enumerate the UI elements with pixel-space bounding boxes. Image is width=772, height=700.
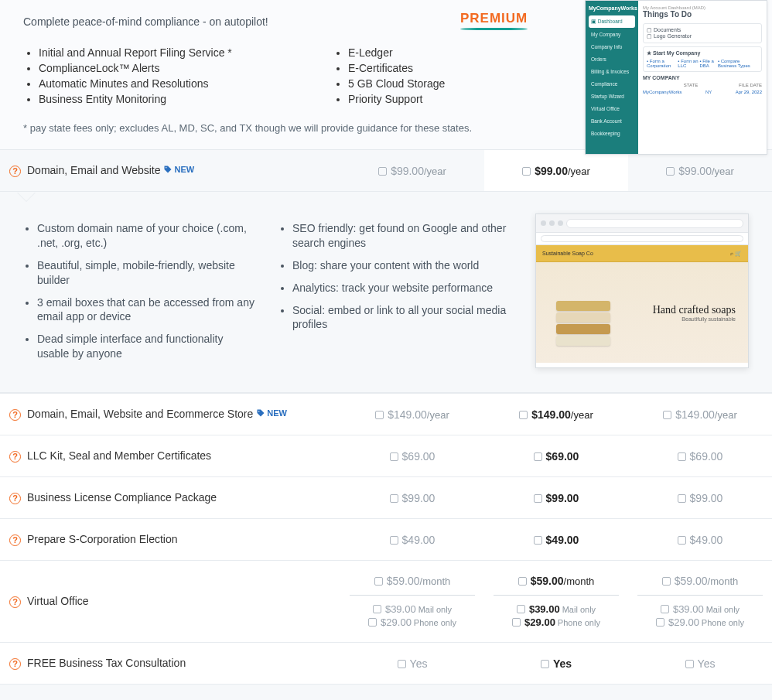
price-value: $69.00 — [546, 450, 579, 463]
feature-item: Dead simple interface and functionality … — [37, 332, 255, 361]
feature-item: E-Certificates — [348, 62, 611, 74]
price-sub-option[interactable]: $39.00 Mail only — [637, 603, 763, 615]
addon-row: ?Domain, Email, Website and Ecommerce St… — [0, 394, 772, 435]
feature-item: Custom domain name of your choice (.com,… — [37, 221, 255, 251]
price-sub-option[interactable]: $29.00 Phone only — [637, 616, 763, 628]
checkbox-icon[interactable] — [685, 660, 694, 668]
price-option[interactable]: Yes — [340, 643, 484, 685]
price-value: $99.00 — [678, 165, 712, 177]
checkbox-icon[interactable] — [517, 605, 525, 613]
checkbox-icon[interactable] — [519, 411, 528, 419]
price-sub-option[interactable]: $39.00 Mail only — [350, 603, 475, 615]
feature-item: Blog: share your content with the world — [292, 258, 511, 273]
checkbox-icon[interactable] — [378, 167, 387, 176]
price-option[interactable]: $59.00/month$39.00 Mail only$29.00 Phone… — [484, 561, 628, 643]
checkbox-icon[interactable] — [374, 577, 383, 586]
price-value: $99.00 — [391, 165, 424, 177]
price-option[interactable]: $99.00/year — [628, 150, 772, 192]
feature-item: Priority Support — [348, 93, 611, 105]
price-value: $99.00 — [402, 492, 436, 504]
price-option[interactable]: Yes — [484, 643, 628, 685]
addon-row: ?FREE Business Tax ConsultationYesYesYes — [0, 643, 772, 685]
help-icon[interactable]: ? — [9, 658, 21, 670]
price-option[interactable]: $149.00/year — [484, 394, 628, 435]
checkbox-icon[interactable] — [534, 452, 542, 461]
checkbox-icon[interactable] — [678, 536, 686, 545]
checkbox-icon[interactable] — [666, 167, 675, 176]
help-icon[interactable]: ? — [9, 166, 21, 177]
checkbox-icon[interactable] — [398, 660, 406, 668]
checkbox-icon[interactable] — [390, 452, 398, 461]
compliance-features-right: E-LedgerE-Certificates5 GB Cloud Storage… — [333, 43, 611, 108]
price-value: $99.00 — [535, 165, 568, 177]
price-sub-option[interactable]: $29.00 Phone only — [350, 616, 475, 628]
checkbox-icon[interactable] — [534, 536, 542, 545]
checkbox-icon[interactable] — [390, 494, 398, 503]
price-unit: /year — [427, 409, 449, 421]
checkbox-icon[interactable] — [522, 167, 531, 176]
price-option[interactable]: $69.00 — [628, 435, 772, 477]
price-value: $59.00 — [387, 575, 420, 587]
checkbox-icon[interactable] — [663, 411, 671, 419]
help-icon[interactable]: ? — [9, 596, 21, 608]
help-icon[interactable]: ? — [9, 534, 21, 546]
checkbox-icon[interactable] — [534, 494, 542, 503]
feature-item: Analytics: track your website performanc… — [292, 281, 511, 295]
checkbox-icon[interactable] — [656, 618, 664, 627]
checkbox-icon[interactable] — [373, 605, 381, 613]
checkbox-icon[interactable] — [512, 618, 521, 627]
addon-name: Business License Compliance Package — [27, 491, 217, 504]
help-icon[interactable]: ? — [9, 409, 21, 421]
price-option[interactable]: $69.00 — [340, 435, 484, 477]
checkbox-icon[interactable] — [518, 577, 527, 586]
price-sub-option[interactable]: $29.00 Phone only — [494, 616, 619, 628]
addon-name: LLC Kit, Seal and Member Certificates — [27, 449, 211, 462]
price-option[interactable]: Yes — [628, 643, 772, 685]
checkbox-icon[interactable] — [678, 494, 686, 503]
compliance-feature-panel: Complete peace-of-mind compliance - on a… — [0, 0, 772, 150]
price-option[interactable]: $99.00 — [484, 477, 628, 519]
price-option[interactable]: $149.00/year — [340, 394, 484, 435]
addon-row: ?Business License Compliance Package$99.… — [0, 477, 772, 519]
price-option[interactable]: $49.00 — [484, 519, 628, 561]
price-option[interactable]: $99.00 — [628, 477, 772, 519]
help-icon[interactable]: ? — [9, 451, 21, 463]
price-value: $69.00 — [402, 450, 436, 463]
price-option[interactable]: $49.00 — [340, 519, 484, 561]
price-option[interactable]: $49.00 — [628, 519, 772, 561]
feature-item: E-Ledger — [348, 46, 611, 59]
checkbox-icon[interactable] — [390, 536, 398, 545]
price-option[interactable]: $149.00/year — [628, 394, 772, 435]
checkbox-icon[interactable] — [662, 577, 671, 586]
addon-row: ?LLC Kit, Seal and Member Certificates$6… — [0, 435, 772, 477]
checkbox-icon[interactable] — [661, 605, 669, 613]
price-value: Yes — [410, 657, 428, 670]
price-value: $149.00 — [388, 408, 427, 421]
price-option[interactable]: $59.00/month$39.00 Mail only$29.00 Phone… — [628, 561, 772, 643]
price-option[interactable]: $99.00/year — [340, 150, 484, 192]
price-value: $69.00 — [690, 450, 723, 463]
addon-name: FREE Business Tax Consultation — [27, 657, 186, 669]
price-option[interactable]: $59.00/month$39.00 Mail only$29.00 Phone… — [340, 561, 484, 643]
checkbox-icon[interactable] — [678, 452, 686, 461]
price-value: $149.00 — [675, 408, 715, 421]
help-icon[interactable]: ? — [9, 493, 21, 504]
addon-row: ?Prepare S-Corporation Election$49.00$49… — [0, 519, 772, 561]
addon-name: Prepare S-Corporation Election — [27, 533, 178, 545]
new-badge: NEW — [163, 165, 194, 174]
price-value: $99.00 — [546, 492, 579, 504]
price-value: Yes — [698, 657, 716, 670]
price-option[interactable]: $99.00/year — [484, 150, 628, 192]
price-value: $49.00 — [402, 534, 436, 546]
price-sub-option[interactable]: $39.00 Mail only — [494, 603, 619, 615]
price-option[interactable]: $99.00 — [340, 477, 484, 519]
price-unit: /year — [571, 409, 593, 421]
checkbox-icon[interactable] — [541, 660, 549, 668]
price-value: $49.00 — [546, 534, 579, 546]
price-value: $149.00 — [531, 408, 571, 421]
feature-item: Social: embed or link to all your social… — [292, 303, 511, 333]
checkbox-icon[interactable] — [368, 618, 377, 627]
checkbox-icon[interactable] — [375, 411, 384, 419]
tag-icon — [256, 408, 265, 418]
price-option[interactable]: $69.00 — [484, 435, 628, 477]
